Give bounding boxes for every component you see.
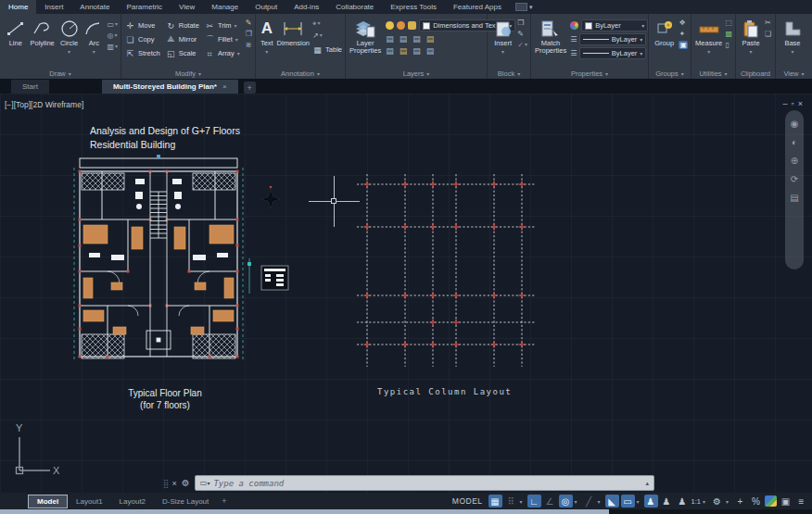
annotation-visibility-icon[interactable]: ♟ [644,495,658,508]
model-space-indicator[interactable]: MODEL [452,496,483,506]
file-tab-start[interactable]: Start [11,80,49,94]
file-tab-document[interactable]: Multi-Storeyed Building Plan* × [102,80,238,94]
chevron-down-icon[interactable]: ▾ [520,498,526,505]
leader-button[interactable]: ⌖▾ [312,19,342,28]
layer-isolate-button[interactable]: ▤ [400,34,408,44]
command-input[interactable]: ▭▾ Type a command ▴ [195,475,654,491]
layer-off-button[interactable]: ▤ [386,34,394,44]
multileader-button[interactable]: ↗▾ [312,31,342,40]
cut-button[interactable]: ✂ [765,19,771,27]
new-tab-button[interactable]: + [244,81,256,94]
close-icon[interactable]: × [798,99,806,108]
copy-clip-button[interactable]: ❏ [765,30,771,38]
customization-icon[interactable]: + [733,495,747,508]
restore-icon[interactable]: ▫ [792,99,798,108]
create-block-button[interactable]: ❒ [517,19,527,27]
ribbon-options-button[interactable]: ▾ [515,0,533,14]
object-snap-icon[interactable]: ◣ [605,495,619,508]
drawing-canvas[interactable]: [−][Top][2D Wireframe] –▫× ◉ ◐ ⊕ ⟳ ▤ Ana… [0,94,812,493]
ribbon-tab-parametric[interactable]: Parametric [118,0,171,14]
annotation-scale-icon[interactable]: ♟ [676,495,690,508]
ellipse-button[interactable]: ◎▾ [107,31,118,40]
panel-label-annotation[interactable]: Annotation▾ [256,68,345,79]
polyline-button[interactable]: Polyline [31,17,55,47]
panel-label-utilities[interactable]: Utilities▾ [691,68,735,79]
text-button[interactable]: A Text ▾ [260,17,274,56]
layer-make-current-button[interactable]: ▤ [412,46,421,56]
table-button[interactable]: ▦Table [312,44,342,56]
add-layout-button[interactable]: + [222,496,226,506]
layout-tab-dsize[interactable]: D-Size Layout [154,495,217,508]
layout-tab-layout1[interactable]: Layout1 [68,495,110,508]
pan-icon[interactable]: ◐ [792,138,797,147]
ribbon-tab-featured-apps[interactable]: Featured Apps [445,0,510,14]
layer-unisolate-button[interactable]: ▤ [412,34,421,44]
base-button[interactable]: Base ▾ [780,17,806,56]
ribbon-tab-express-tools[interactable]: Express Tools [382,0,445,14]
rotate-button[interactable]: ↻Rotate [166,19,199,31]
rectangle-button[interactable]: ▭▾ [107,20,118,29]
close-icon[interactable]: × [172,479,177,488]
group-selection-button[interactable]: ▣ [679,41,688,49]
circle-button[interactable]: Circle ▾ [57,17,82,56]
graphics-performance-icon[interactable] [765,495,777,507]
annotation-scale-value[interactable]: 1:1 [691,497,701,506]
layer-freeze-button[interactable]: ▤ [426,34,435,44]
command-prompt-icon[interactable]: ▭▾ [200,479,210,487]
paste-button[interactable]: Paste ▾ [740,17,762,56]
measure-button[interactable]: Measure ▾ [695,17,722,56]
layer-unlock-button[interactable]: ▤ [400,46,408,56]
color-wheel-icon[interactable] [570,21,578,30]
arc-button[interactable]: Arc ▾ [83,17,104,56]
object-snap-tracking-icon[interactable]: ╱ [582,495,596,508]
layout-tab-layout2[interactable]: Layout2 [111,495,154,508]
polar-tracking-icon[interactable]: ∠ [543,495,557,508]
panel-label-block[interactable]: Block▾ [488,68,530,79]
grid-icon[interactable]: ▦ [488,495,502,508]
layer-lock-icon[interactable] [408,21,416,30]
trim-button[interactable]: ✂Trim▾ [205,19,240,31]
workspace-switching-icon[interactable]: ⚙ [710,495,724,508]
ribbon-tab-insert[interactable]: Insert [36,0,71,14]
edit-block-button[interactable]: ✎ [517,30,527,38]
move-button[interactable]: ✛Move [125,19,160,31]
customize-wrench-icon[interactable]: ⚙ [182,478,190,488]
hatch-button[interactable]: ▥▾ [107,43,118,51]
layer-properties-button[interactable]: Layer Properties [349,17,381,55]
lineweight-dropdown[interactable]: ByLayer ▾ [579,33,646,45]
ungroup-button[interactable]: ❖ [679,19,688,27]
isolate-objects-icon[interactable]: % [749,495,763,508]
orbit-icon[interactable]: ⟳ [791,175,798,184]
ribbon-tab-addins[interactable]: Add-ins [285,0,327,14]
layout-tab-model[interactable]: Model [28,495,68,508]
object-color-dropdown[interactable]: ByLayer ▾ [581,19,648,31]
fillet-button[interactable]: ⌒Fillet▾ [205,33,240,45]
mirror-button[interactable]: ⟁Mirror [166,33,199,45]
layer-match-button[interactable]: ▤ [426,46,435,56]
insert-button[interactable]: Insert ▾ [491,17,514,56]
block-attributes-button[interactable]: ✓▾ [517,41,527,49]
ribbon-tab-annotate[interactable]: Annotate [71,0,118,14]
status-menu-icon[interactable]: ≡ [794,495,808,508]
dimension-button[interactable]: Dimension [277,17,310,47]
quick-calc-button[interactable]: ▩ [725,30,732,38]
line-button[interactable]: Line [4,17,28,47]
lineweight-display-icon[interactable]: ▭ [621,495,635,508]
ribbon-tab-home[interactable]: Home [0,0,36,14]
panel-label-draw[interactable]: Draw▾ [0,68,121,79]
clean-screen-icon[interactable]: ▣ [779,495,793,508]
viewport-controls[interactable]: [−][Top][2D Wireframe] [5,100,83,109]
panel-label-layers[interactable]: Layers▾ [346,68,487,79]
zoom-extents-icon[interactable]: ⊕ [791,157,798,166]
panel-label-modify[interactable]: Modify▾ [121,68,255,79]
offset-button[interactable]: ≋ [246,41,252,49]
panel-label-properties[interactable]: Properties▾ [531,68,648,79]
explode-button[interactable]: ❐ [246,30,252,38]
chevron-down-icon[interactable]: ▾ [637,498,642,505]
chevron-down-icon[interactable]: ▾ [726,498,731,505]
layer-on-icon[interactable] [386,21,394,30]
stretch-button[interactable]: ⇱Stretch [125,47,160,59]
erase-button[interactable]: ✎ [246,19,252,27]
match-properties-button[interactable]: Match Properties [535,17,566,55]
isodraft-icon[interactable]: ◎ [559,495,573,508]
